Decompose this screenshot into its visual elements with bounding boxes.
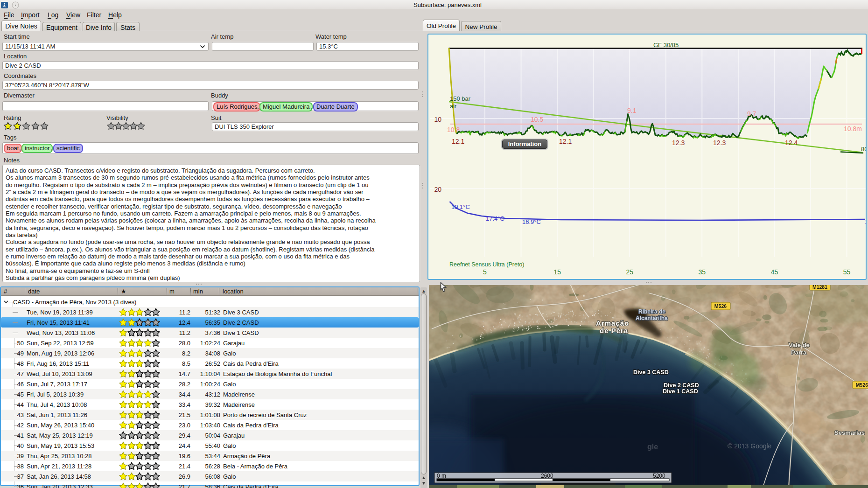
svg-text:20: 20 xyxy=(434,186,441,193)
svg-text:GF 30/85: GF 30/85 xyxy=(653,42,679,49)
svg-text:5200: 5200 xyxy=(653,473,665,479)
svg-text:Ribeira de: Ribeira de xyxy=(638,308,665,315)
svg-text:17.4°C: 17.4°C xyxy=(486,215,504,222)
svg-text:M1281: M1281 xyxy=(812,285,827,290)
svg-text:16.9°C: 16.9°C xyxy=(522,218,541,225)
svg-text:25: 25 xyxy=(626,268,633,276)
svg-text:80: 80 xyxy=(861,146,867,153)
svg-text:gle: gle xyxy=(647,443,658,451)
svg-text:2600: 2600 xyxy=(541,473,553,479)
svg-text:10: 10 xyxy=(434,116,441,123)
svg-text:45: 45 xyxy=(771,268,778,276)
svg-text:150 bar: 150 bar xyxy=(450,95,471,102)
svg-text:12.4: 12.4 xyxy=(785,139,798,146)
svg-text:19.1°C: 19.1°C xyxy=(451,203,470,210)
svg-text:Dive 3 CASD: Dive 3 CASD xyxy=(633,369,669,376)
svg-text:55: 55 xyxy=(843,268,851,276)
svg-text:12.1: 12.1 xyxy=(559,138,572,145)
svg-text:de Pêra: de Pêra xyxy=(600,327,628,335)
svg-text:Reefnet Sensus Ultra (Preto): Reefnet Sensus Ultra (Preto) xyxy=(449,261,525,268)
svg-text:9.7: 9.7 xyxy=(747,110,756,118)
svg-text:Dive 2 CASD: Dive 2 CASD xyxy=(664,382,699,389)
svg-text:10.5: 10.5 xyxy=(531,116,543,123)
svg-text:0 m: 0 m xyxy=(437,473,446,479)
svg-text:M526: M526 xyxy=(714,303,727,309)
svg-text:12.3: 12.3 xyxy=(713,139,726,146)
svg-text:Armação: Armação xyxy=(596,319,629,327)
svg-text:Vale de: Vale de xyxy=(789,342,810,349)
svg-text:9.1: 9.1 xyxy=(627,107,637,114)
svg-text:15: 15 xyxy=(553,268,561,276)
svg-text:Sesmarias: Sesmarias xyxy=(834,429,865,436)
svg-text:35: 35 xyxy=(699,268,706,276)
svg-text:12.3: 12.3 xyxy=(672,139,685,146)
svg-text:5: 5 xyxy=(483,268,487,276)
svg-text:16: 16 xyxy=(865,218,867,225)
svg-text:© 2013 Google: © 2013 Google xyxy=(728,442,772,450)
svg-text:10.8m: 10.8m xyxy=(844,125,862,132)
svg-text:Dive 1 CASD: Dive 1 CASD xyxy=(663,388,698,395)
svg-text:12.1: 12.1 xyxy=(452,138,464,145)
svg-text:air: air xyxy=(450,103,457,110)
svg-text:Alcantarilha: Alcantarilha xyxy=(636,315,668,321)
svg-text:Parra: Parra xyxy=(791,349,807,356)
svg-text:M526: M526 xyxy=(856,382,868,388)
